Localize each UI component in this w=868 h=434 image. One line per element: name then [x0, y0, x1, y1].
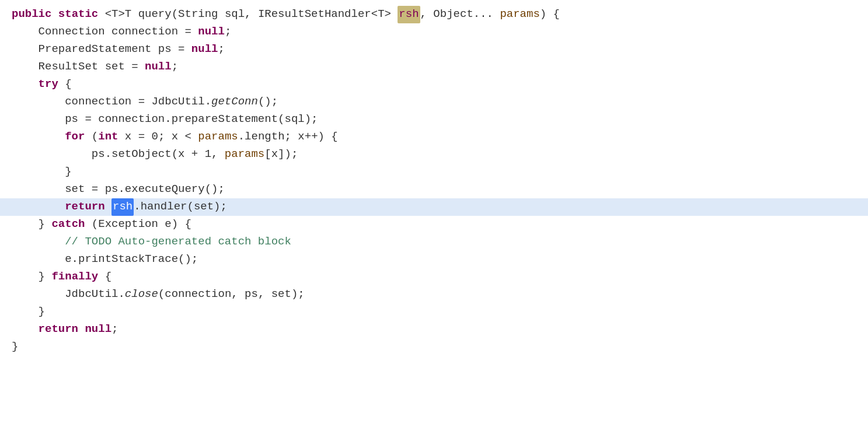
- keyword-return-2: return: [39, 321, 78, 338]
- code-line-12-highlighted: return rsh.handler(set);: [0, 198, 868, 216]
- keyword-for: for: [65, 128, 85, 145]
- code-line-1: public static <T>T query(String sql, IRe…: [0, 6, 868, 23]
- keyword-null-4: null: [85, 321, 111, 338]
- params-ref-2: params: [225, 146, 264, 163]
- method-getconn: getConn: [211, 93, 258, 110]
- code-line-8: for (int x = 0; x < params.length; x++) …: [0, 128, 868, 146]
- code-line-19: return null;: [0, 321, 868, 338]
- method-close: close: [125, 286, 158, 303]
- params-param: params: [500, 6, 539, 23]
- code-line-3: PreparedStatement ps = null;: [0, 41, 868, 58]
- keyword-null-1: null: [198, 23, 225, 40]
- comment-todo: // TODO Auto-generated catch block: [12, 233, 291, 250]
- code-line-11: set = ps.executeQuery();: [0, 181, 868, 198]
- code-line-7: ps = connection.prepareStatement(sql);: [0, 111, 868, 128]
- params-ref-1: params: [198, 128, 238, 145]
- code-line-14: // TODO Auto-generated catch block: [0, 233, 868, 251]
- code-line-5: try {: [0, 76, 868, 93]
- code-line-13: } catch (Exception e) {: [0, 216, 868, 233]
- code-line-10: }: [0, 163, 868, 181]
- code-editor: public static <T>T query(String sql, IRe…: [0, 0, 868, 362]
- rsh-ref-blue: rsh: [111, 198, 134, 215]
- code-line-2: Connection connection = null;: [0, 23, 868, 41]
- keyword-try: try: [39, 76, 58, 93]
- keyword-finally: finally: [51, 268, 98, 285]
- keyword-null-3: null: [145, 58, 172, 75]
- keyword-catch: catch: [51, 216, 85, 233]
- code-line-17: JdbcUtil.close(connection, ps, set);: [0, 286, 868, 303]
- keyword-public: public: [12, 6, 51, 23]
- keyword-return-1: return: [65, 198, 104, 215]
- keyword-int: int: [98, 128, 118, 145]
- rsh-param-tan: rsh: [398, 6, 420, 23]
- code-line-20: }: [0, 338, 868, 356]
- code-line-9: ps.setObject(x + 1, params[x]);: [0, 146, 868, 163]
- code-line-15: e.printStackTrace();: [0, 251, 868, 268]
- code-line-18: }: [0, 303, 868, 321]
- keyword-null-2: null: [191, 41, 218, 58]
- code-line-16: } finally {: [0, 268, 868, 286]
- keyword-static: static: [58, 6, 98, 23]
- code-line-6: connection = JdbcUtil.getConn();: [0, 93, 868, 111]
- code-line-4: ResultSet set = null;: [0, 58, 868, 76]
